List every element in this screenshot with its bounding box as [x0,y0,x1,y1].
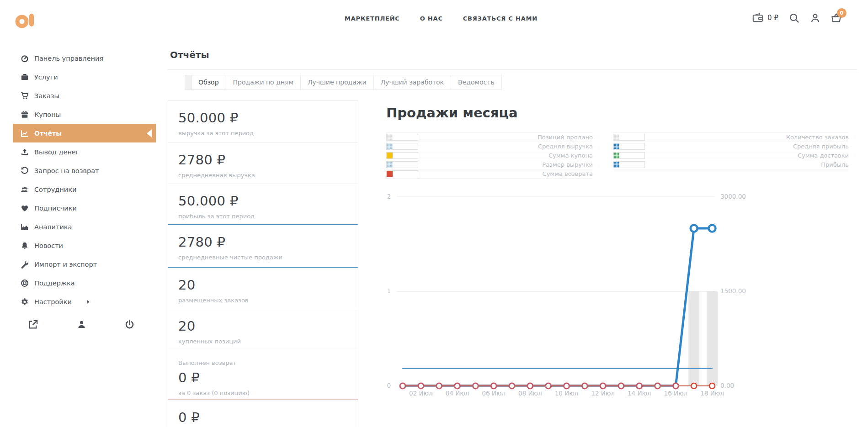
tab-best-sales[interactable]: Лучшие продажи [300,75,374,90]
legend-label: Средняя прибыль [793,143,849,150]
sidebar-item-services[interactable]: Услуги [13,68,155,86]
tab-stub [185,75,192,90]
chart-legend-left: Позиций проданоСредняя выручкаСумма купо… [386,132,593,179]
legend-label: Сумма купона [548,152,593,159]
svg-text:04 Июл: 04 Июл [446,390,469,397]
sidebar-item-label: Вывод денег [34,148,79,156]
nav-link-about[interactable]: О НАС [420,15,443,22]
tab-best-earnings[interactable]: Лучший заработок [373,75,451,90]
sales-chart: 2103000.001500.000.0002 Июл04 Июл06 Июл0… [375,187,777,402]
stat-card: Выполнен возврат0 ₽за 0 заказ (0 позицию… [168,350,358,401]
legend-swatch [387,134,393,140]
stat-card: 20купленных позиций [168,309,358,350]
user-icon [810,13,820,23]
stat-card: 0 ₽ [168,400,358,427]
stat-label: среднедневная выручка [178,172,349,179]
sidebar-footer [28,320,134,329]
sidebar-item-label: Панель управления [34,55,103,62]
sidebar-item-orders[interactable]: Заказы [13,86,155,105]
svg-text:08 Июл: 08 Июл [518,390,542,397]
tab-sales-by-day[interactable]: Продажи по дням [226,75,301,90]
report-tabs: ОбзорПродажи по днямЛучшие продажиЛучший… [185,75,502,90]
legend-item[interactable]: Размер выручки [386,160,593,169]
stat-value: 20 [178,318,349,334]
sidebar-menu: Панель управленияУслугиЗаказыКупоныОтчёт… [0,49,155,311]
sidebar-item-coupons[interactable]: Купоны [13,105,155,124]
svg-text:1: 1 [387,287,391,295]
header-actions: 0 ₽ 0 [752,12,841,23]
sidebar-item-refund-request[interactable]: Запрос на возврат [13,161,155,180]
legend-item[interactable]: Средняя прибыль [613,142,849,151]
sidebar-item-import-export[interactable]: Импорт и экспорт [13,255,155,274]
stat-label: купленных позиций [178,338,349,345]
sidebar-item-support[interactable]: Поддержка [13,274,155,292]
legend-item[interactable]: Сумма возврата [386,169,593,179]
sidebar-item-news[interactable]: Новости [13,236,155,255]
sidebar-item-dashboard[interactable]: Панель управления [13,49,155,68]
legend-swatch-box [386,170,418,177]
stat-top-label: Выполнен возврат [178,359,349,366]
user-button[interactable] [77,320,86,329]
caret-right-icon [85,299,91,305]
legend-item[interactable]: Прибыль [613,160,849,169]
search-button[interactable] [789,13,799,23]
legend-swatch-box [613,134,645,141]
account-button[interactable] [810,13,820,23]
legend-item[interactable]: Средняя выручка [386,142,593,151]
svg-text:1500.00: 1500.00 [720,287,746,295]
sidebar-item-label: Настройки [34,298,72,306]
sidebar-item-label: Аналитика [34,223,72,231]
sidebar-item-label: Услуги [34,74,58,81]
svg-text:12 Июл: 12 Июл [591,390,615,397]
header: МАРКЕТПЛЕЙСО НАССВЯЗАТЬСЯ С НАМИ 0 ₽ 0 [0,0,868,39]
legend-swatch [613,162,619,168]
stat-value: 0 ₽ [178,370,349,385]
svg-text:10 Июл: 10 Июл [555,390,579,397]
stat-label: размещенных заказов [178,297,349,304]
svg-text:18 Июл: 18 Июл [700,390,724,397]
legend-swatch-box [386,161,418,168]
users-icon [21,185,29,194]
legend-item[interactable]: Сумма доставки [613,151,849,160]
chart-area-icon [21,223,29,231]
cart-button[interactable]: 0 [831,13,841,23]
power-button[interactable] [125,320,134,329]
wallet-button[interactable]: 0 ₽ [752,12,778,23]
wrench-icon [21,260,29,269]
logo[interactable] [15,11,36,30]
sidebar-item-label: Купоны [34,111,61,118]
sidebar-item-subscribers[interactable]: Подписчики [13,199,155,217]
legend-item[interactable]: Позиций продано [386,132,593,142]
external-link-button[interactable] [28,320,38,329]
sidebar-item-withdraw[interactable]: Вывод денег [13,142,155,161]
legend-item[interactable]: Сумма купона [386,151,593,160]
legend-label: Сумма возврата [543,170,593,177]
svg-text:0: 0 [387,382,391,389]
bell-icon [21,242,29,250]
external-link-icon [28,320,38,329]
legend-swatch-box [386,134,418,141]
legend-label: Прибыль [821,161,849,168]
sidebar-item-staff[interactable]: Сотрудники [13,180,155,199]
sidebar-item-label: Заказы [34,92,59,100]
app: МАРКЕТПЛЕЙСО НАССВЯЗАТЬСЯ С НАМИ 0 ₽ 0 [0,0,868,427]
legend-swatch [613,153,619,158]
sidebar-item-settings[interactable]: Настройки [13,292,155,311]
svg-text:0.00: 0.00 [720,382,734,389]
nav-link-contact[interactable]: СВЯЗАТЬСЯ С НАМИ [463,15,538,22]
tab-statement[interactable]: Ведомость [451,75,502,90]
legend-item[interactable]: Количество заказов [613,132,849,142]
legend-swatch-box [386,143,418,150]
sidebar-item-analytics[interactable]: Аналитика [13,217,155,236]
tab-overview[interactable]: Обзор [191,75,226,90]
svg-text:02 Июл: 02 Июл [409,390,433,397]
chart-title: Продажи месяца [386,105,517,121]
sidebar-item-reports[interactable]: Отчёты [13,124,156,142]
legend-label: Количество заказов [786,134,849,141]
legend-swatch [613,143,619,149]
stat-value: 0 ₽ [178,410,349,425]
svg-text:3000.00: 3000.00 [720,193,746,200]
nav-link-marketplace[interactable]: МАРКЕТПЛЕЙС [345,15,400,22]
stat-value: 50.000 ₽ [178,193,349,209]
legend-swatch-box [613,152,645,159]
